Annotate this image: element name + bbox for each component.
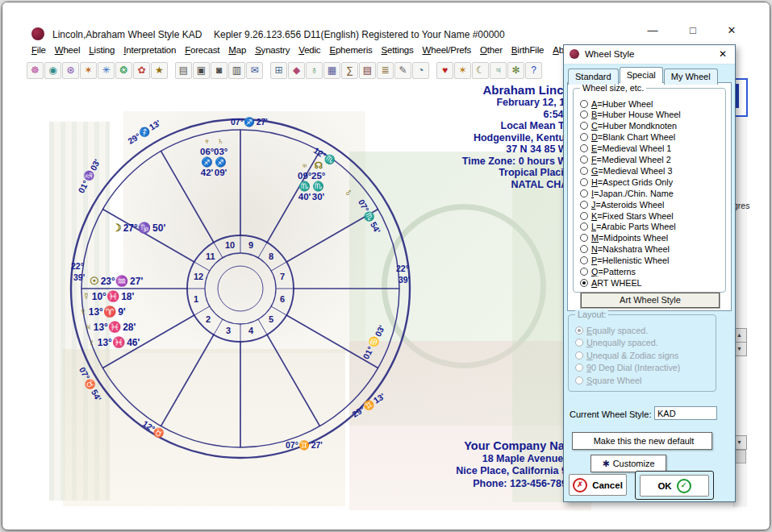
cusp-label-1: 07°♐27' <box>229 117 268 127</box>
jupiter-glyph: ♃ <box>84 321 92 333</box>
radio-circle <box>575 376 583 384</box>
radio-label: A=Huber Wheel <box>591 99 653 109</box>
wheel-style-option-h-aspect-grids-only[interactable]: H=Aspect Grids Only <box>580 177 673 187</box>
cusp-label-10: 01°♋03' <box>360 323 387 362</box>
house-number-4: 4 <box>248 326 253 335</box>
wheel-style-option-i-japan-chin-name[interactable]: I=Japan./Chin. Name <box>580 188 674 198</box>
wheel-style-option-g-medieval-wheel-3[interactable]: G=Medieval Wheel 3 <box>580 165 673 176</box>
planet-label-moon: ☽27°♑50' <box>112 222 165 234</box>
cusp-label-7: 12°♉ <box>139 418 167 441</box>
tab-standard[interactable]: Standard <box>568 69 619 85</box>
house-number-7: 7 <box>280 272 285 281</box>
wheel-style-option-p-hellenistic-wheel[interactable]: P=Hellenistic Wheel <box>580 256 669 266</box>
wheel-style-option-c-huber-mondknoten[interactable]: C=Huber Mondknoten <box>580 121 677 131</box>
ok-button[interactable]: OK ✓ <box>640 475 709 497</box>
radio-label: H=Aspect Grids Only <box>591 177 673 187</box>
radio-circle <box>580 234 588 242</box>
chart-header-line: NATAL CHART <box>341 179 582 191</box>
wheel-style-option-b-huber-house-wheel[interactable]: B=Huber House Wheel <box>580 110 681 120</box>
wheel-style-option-f-medieval-wheel-2[interactable]: F=Medieval Wheel 2 <box>580 155 671 165</box>
pluto-glyph: ♇ <box>88 336 96 348</box>
house-number-8: 8 <box>269 251 273 261</box>
radio-label: G=Medieval Wheel 3 <box>591 166 673 176</box>
house-number-1: 1 <box>194 294 198 304</box>
layout-group-label: Layout: <box>575 310 608 319</box>
wheel-style-option-l-arabic-parts-wheel[interactable]: L=Arabic Parts Wheel <box>580 222 676 232</box>
dialog-icon <box>570 49 579 59</box>
planet-label-venus: ♀13°♈9' <box>79 305 126 318</box>
house-number-12: 12 <box>194 272 203 281</box>
radio-circle <box>580 178 588 186</box>
chart-header-line: Time Zone: 0 hours West <box>341 156 582 168</box>
planet-label-mercury: ☿10°♓18' <box>82 290 134 302</box>
wheel-style-dialog: Wheel Style ✕ Standard Special My Wheel … <box>563 44 736 502</box>
radio-circle <box>580 144 588 152</box>
wheel-style-option-q-patterns[interactable]: Q=Patterns <box>580 267 636 277</box>
planet-label-jupiter: ♃13°♓28' <box>84 321 136 333</box>
radio-label: F=Medieval Wheel 2 <box>591 155 671 164</box>
radio-circle <box>580 245 588 253</box>
cancel-x-icon: ✗ <box>573 478 587 493</box>
radio-circle <box>580 189 588 197</box>
dialog-title: Wheel Style <box>585 49 634 59</box>
house-number-2: 2 <box>206 314 211 324</box>
radio-circle <box>580 256 588 264</box>
radio-label: Q=Patterns <box>591 267 636 276</box>
radio-label: Unequally spaced. <box>586 338 658 347</box>
radio-label: D=Blank Chart Wheel <box>591 132 675 142</box>
art-wheel-style-button[interactable]: Art Wheel Style <box>581 293 720 308</box>
customize-button[interactable]: ✱ Customize <box>590 455 666 472</box>
ok-button-frame: OK ✓ <box>635 471 714 500</box>
dialog-close-button[interactable]: ✕ <box>716 48 729 60</box>
radio-circle <box>575 339 583 347</box>
radio-circle <box>580 133 588 141</box>
current-wheel-style-input[interactable] <box>654 406 717 420</box>
house-number-6: 6 <box>280 294 285 304</box>
radio-circle <box>580 268 588 276</box>
wheel-style-option-a-huber-wheel[interactable]: A=Huber Wheel <box>580 98 653 109</box>
cusp-label-14: 39' <box>397 275 411 285</box>
chart-header: Abraham LincolnFebruary 12, 18096:54 AML… <box>341 83 582 190</box>
wheel-style-option-d-blank-chart-wheel[interactable]: D=Blank Chart Wheel <box>580 132 675 143</box>
chart-header-line: 37 N 34 85 W 44 <box>341 143 582 156</box>
radio-label: C=Huber Mondknoten <box>591 121 677 131</box>
customize-label: Customize <box>613 459 655 468</box>
radio-circle <box>580 122 588 130</box>
radio-label: I=Japan./Chin. Name <box>591 189 674 198</box>
radio-circle <box>580 212 588 220</box>
cusp-label-6: 07°♉54' <box>76 364 103 402</box>
chart-header-line: Local Mean Time <box>341 120 582 132</box>
house-number-11: 11 <box>206 251 215 261</box>
radio-label: 90 Deg Dial (Interactive) <box>586 363 680 372</box>
ok-label: OK <box>657 481 671 491</box>
wheel-style-option-n-nakshatra-wheel[interactable]: N=Nakshatra Wheel <box>580 244 670 255</box>
text-fragment: gres <box>733 201 749 210</box>
planet-label-sun: ☉23°♒27' <box>90 275 143 287</box>
radio-circle <box>580 201 588 209</box>
wheel-style-option-j-asteroids-wheel[interactable]: J=Asteroids Wheel <box>580 199 664 210</box>
radio-label: L=Arabic Parts Wheel <box>591 222 676 231</box>
wheel-style-option-m-midpoints-wheel[interactable]: M=Midpoints Wheel <box>580 233 668 243</box>
cancel-button[interactable]: ✗ Cancel <box>569 474 627 496</box>
wheel-style-option-e-medieval-wheel-1[interactable]: E=Medieval Wheel 1 <box>580 143 671 154</box>
planet-stack-uranus-node: ♅☊09°25°♏♏40'30' <box>298 160 325 202</box>
make-default-label: Make this the new default <box>594 436 695 446</box>
house-number-10: 10 <box>225 240 235 250</box>
special-tab-panel: Wheel size, etc. A=Huber WheelB=Huber Ho… <box>567 82 732 311</box>
make-default-button[interactable]: Make this the new default <box>572 432 712 450</box>
current-wheel-style-label: Current Wheel Style: <box>570 409 651 419</box>
radio-circle <box>580 167 588 175</box>
wheel-style-option-art-wheel[interactable]: ART WHEEL <box>580 277 642 288</box>
radio-label: P=Hellenistic Wheel <box>591 256 669 265</box>
radio-circle <box>575 364 583 372</box>
wheel-style-option-k-fixed-stars-wheel[interactable]: K=Fixed Stars Wheel <box>580 210 674 221</box>
cancel-label: Cancel <box>592 480 623 490</box>
moon-glyph: ☽ <box>112 222 122 234</box>
tab-special[interactable]: Special <box>620 67 663 83</box>
radio-label: ART WHEEL <box>591 278 642 288</box>
cusp-label-8: 07°♊27' <box>284 440 323 451</box>
planet-label-pluto: ♇13°♓46' <box>88 336 140 348</box>
tab-my-wheel[interactable]: My Wheel <box>664 69 718 85</box>
cusp-label-4: 22° <box>69 261 86 271</box>
radio-circle <box>580 100 588 108</box>
